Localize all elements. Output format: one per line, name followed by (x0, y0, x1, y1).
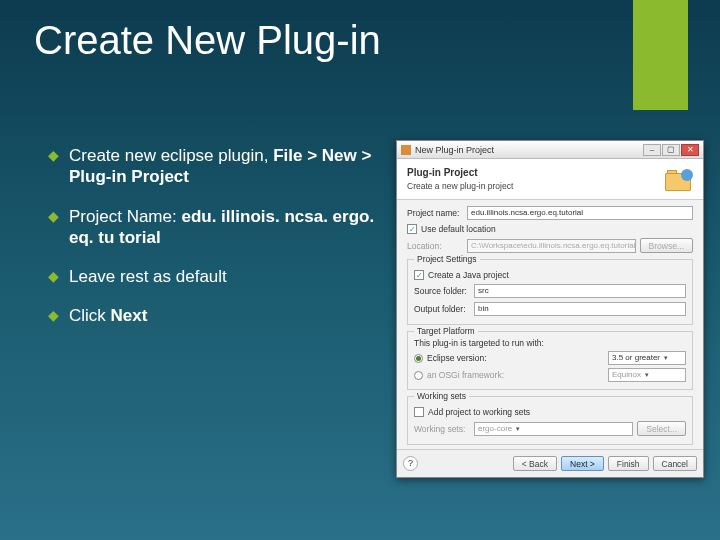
add-ws-checkbox[interactable] (414, 407, 424, 417)
new-plugin-dialog: New Plug-in Project – ▢ ✕ Plug-in Projec… (396, 140, 704, 478)
bullet-text: Create new eclipse plugin, (69, 146, 273, 165)
dialog-header-title: Plug-in Project (407, 167, 513, 178)
source-folder-input[interactable]: src (474, 284, 686, 298)
slide-bullets: ◆ Create new eclipse plugin, File > New … (48, 145, 383, 345)
working-sets-group: Working sets Add project to working sets… (407, 396, 693, 445)
bullet-bold: Next (111, 306, 148, 325)
finish-button[interactable]: Finish (608, 456, 649, 471)
bullet-item: ◆ Click Next (48, 305, 383, 326)
next-button[interactable]: Next > (561, 456, 604, 471)
select-ws-button: Select... (637, 421, 686, 436)
group-title: Project Settings (414, 254, 480, 264)
window-title: New Plug-in Project (415, 145, 643, 155)
osgi-combo: Equinox (608, 368, 686, 382)
eclipse-version-combo[interactable]: 3.5 or greater (608, 351, 686, 365)
cancel-button[interactable]: Cancel (653, 456, 697, 471)
project-name-label: Project name: (407, 208, 463, 218)
bullet-marker-icon: ◆ (48, 147, 59, 188)
eclipse-radio-label: Eclipse version: (427, 353, 487, 363)
project-name-input[interactable]: edu.illinois.ncsa.ergo.eq.tutorial (467, 206, 693, 220)
dialog-footer: ? < Back Next > Finish Cancel (397, 449, 703, 477)
browse-button: Browse... (640, 238, 693, 253)
eclipse-radio[interactable] (414, 354, 423, 363)
add-ws-label: Add project to working sets (428, 407, 530, 417)
ws-combo: ergo-core (474, 422, 633, 436)
bullet-text: Click (69, 306, 111, 325)
target-hint: This plug-in is targeted to run with: (414, 338, 686, 348)
dialog-header: Plug-in Project Create a new plug-in pro… (397, 159, 703, 200)
minimize-button[interactable]: – (643, 144, 661, 156)
osgi-radio-label: an OSGi framework: (427, 370, 504, 380)
group-title: Target Platform (414, 326, 478, 336)
create-java-label: Create a Java project (428, 270, 509, 280)
window-titlebar[interactable]: New Plug-in Project – ▢ ✕ (397, 141, 703, 159)
output-folder-input[interactable]: bin (474, 302, 686, 316)
accent-bar (633, 0, 688, 110)
ws-label: Working sets: (414, 424, 470, 434)
slide-title: Create New Plug-in (34, 18, 381, 63)
project-settings-group: Project Settings Create a Java project S… (407, 259, 693, 325)
bullet-marker-icon: ◆ (48, 208, 59, 249)
group-title: Working sets (414, 391, 469, 401)
dialog-header-sub: Create a new plug-in project (407, 181, 513, 191)
bullet-text: Project Name: (69, 207, 181, 226)
osgi-radio[interactable] (414, 371, 423, 380)
use-default-label: Use default location (421, 224, 496, 234)
bullet-marker-icon: ◆ (48, 268, 59, 287)
location-input: C:\Workspace\edu.illinois.ncsa.ergo.eq.t… (467, 239, 636, 253)
app-icon (401, 145, 411, 155)
bullet-marker-icon: ◆ (48, 307, 59, 326)
maximize-button[interactable]: ▢ (662, 144, 680, 156)
output-folder-label: Output folder: (414, 304, 470, 314)
use-default-checkbox[interactable] (407, 224, 417, 234)
bullet-text: Leave rest as default (69, 267, 227, 286)
source-folder-label: Source folder: (414, 286, 470, 296)
create-java-checkbox[interactable] (414, 270, 424, 280)
new-project-icon (665, 167, 693, 191)
back-button[interactable]: < Back (513, 456, 557, 471)
close-button[interactable]: ✕ (681, 144, 699, 156)
bullet-item: ◆ Project Name: edu. illinois. ncsa. erg… (48, 206, 383, 249)
bullet-item: ◆ Create new eclipse plugin, File > New … (48, 145, 383, 188)
location-label: Location: (407, 241, 463, 251)
help-button[interactable]: ? (403, 456, 418, 471)
target-platform-group: Target Platform This plug-in is targeted… (407, 331, 693, 390)
bullet-item: ◆ Leave rest as default (48, 266, 383, 287)
